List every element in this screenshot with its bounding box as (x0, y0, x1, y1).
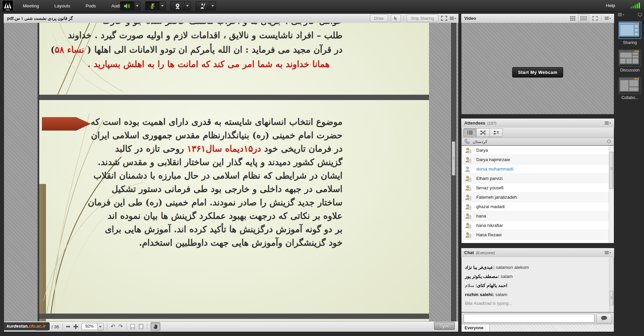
chat-message-input[interactable] (464, 314, 594, 323)
raise-hand-icon (200, 3, 206, 9)
panel-dock-icon[interactable] (638, 13, 642, 17)
menu-layouts[interactable]: Layouts (52, 2, 72, 10)
status-dropdown-button[interactable] (209, 1, 216, 10)
fit-width-button[interactable] (130, 324, 135, 329)
hand-icon (153, 324, 158, 329)
zoom-out-button[interactable] (66, 326, 70, 327)
fullscreen-icon[interactable] (592, 16, 598, 20)
layout-thumb-sharing[interactable] (619, 21, 641, 39)
slide-text-line: گزینش کشور دمیدند و پایه گذار این ساختار… (90, 155, 342, 169)
speaker-dropdown-button[interactable] (134, 1, 141, 10)
layout-thumb-collaboration[interactable] (619, 77, 641, 94)
pan-tool-button[interactable] (151, 322, 160, 331)
attendee-status-view-button[interactable] (490, 128, 503, 137)
tab-everyone[interactable]: Everyone (462, 324, 490, 332)
slide-text-line: عوامل خارجی ، جریان ها و احزاب مختلف حاض… (86, 23, 342, 28)
webcam-icon (175, 3, 180, 9)
send-chat-button[interactable] (596, 314, 612, 323)
start-webcam-button[interactable]: Start My Webcam (512, 67, 563, 78)
attendee-row[interactable]: hana (462, 211, 614, 221)
scrollbar-handle[interactable] (452, 141, 455, 176)
attendee-row[interactable]: farnaz yousefi (462, 183, 614, 193)
chat-message: احمد یالهام کتای: سلام (465, 282, 614, 291)
filmstrip-view-icon (580, 16, 587, 21)
help-link[interactable]: Help (606, 3, 615, 8)
attendees-scrollbar[interactable] (609, 146, 614, 243)
phone-badge-icon (469, 159, 471, 162)
sync-button[interactable]: Sync (434, 322, 455, 330)
scrollbar-grip (611, 296, 612, 299)
attendee-row[interactable]: hana nikraftar (462, 221, 614, 230)
slide-text-line: علاوه بر نکاتی که درجهت بهبود عملکرد گزی… (90, 209, 342, 223)
attendee-icon (465, 204, 472, 210)
microphone-button[interactable] (145, 1, 159, 10)
menu-meeting[interactable]: Meeting (21, 2, 41, 10)
attendee-list-view-button[interactable] (463, 128, 477, 137)
grid-view-icon[interactable] (570, 16, 576, 21)
chevron-down-icon (186, 5, 189, 7)
zoom-in-button[interactable] (73, 324, 78, 329)
speaker-button[interactable] (120, 1, 134, 10)
chat-scrollbar[interactable] (609, 257, 614, 312)
share-pod-titlebar: pdf.گز قانون پردی نشست شنی ۱ س Draw Stop… (4, 14, 459, 23)
pointer-button[interactable] (391, 14, 401, 22)
zoom-dropdown-button[interactable] (98, 323, 104, 331)
webcam-dropdown-button[interactable] (184, 1, 191, 10)
attendee-row[interactable]: dorsa mohammadii (462, 164, 614, 174)
chat-scope: (Everyone) (476, 251, 495, 255)
slide-text-line: موضوع انتخاب انسانهای شایسته به قدری دار… (90, 115, 342, 129)
rotate-left-button[interactable]: ↶ (111, 324, 115, 329)
slide-border-bar (39, 95, 429, 100)
attendee-group-row[interactable]: کردستان (462, 138, 614, 145)
adobe-logo-icon: Adobe (3, 1, 13, 11)
fullscreen-icon[interactable] (441, 16, 447, 21)
attendee-icon (465, 232, 472, 238)
filmstrip-view-button[interactable] (578, 14, 589, 22)
slide2-text: موضوع انتخاب انسانهای شایسته به قدری دار… (90, 115, 342, 249)
close-group-icon[interactable] (607, 139, 611, 144)
scrollbar-handle[interactable] (610, 291, 613, 305)
attendee-icon (465, 185, 472, 191)
document-scrollbar[interactable] (451, 23, 456, 321)
rotate-right-button[interactable]: ↷ (118, 324, 123, 329)
toolbar-separator (115, 3, 116, 9)
attendee-row[interactable]: Darya hajimirzaie (462, 155, 614, 164)
layout-label-collaboration[interactable]: Collabo... (616, 95, 644, 100)
share-pod-menu-button[interactable] (450, 16, 457, 20)
attendee-name: Darya (476, 148, 488, 153)
layouts-menu-icon[interactable] (618, 13, 625, 17)
layout-thumb-discussion[interactable] (619, 50, 641, 66)
attendee-row[interactable]: Darya (462, 146, 614, 155)
connection-signal-icon[interactable] (631, 3, 641, 8)
menu-pods[interactable]: Pods (84, 2, 98, 10)
raise-hand-button[interactable] (196, 1, 209, 10)
attendee-row[interactable]: Fatemeh janalizadeh (462, 193, 614, 202)
chat-pod-titlebar: Chat (Everyone) (461, 248, 614, 257)
zoom-level-value[interactable]: 92% (82, 323, 98, 330)
breakout-view-button[interactable] (477, 128, 490, 137)
microphone-dropdown-button[interactable] (159, 1, 166, 10)
menu-list: Meeting Layouts Pods Audio (21, 0, 125, 11)
speaker-control (120, 1, 141, 10)
watermark-domain: kurdestan. (7, 324, 29, 329)
attendee-row[interactable]: Elham parvizi (462, 174, 614, 183)
pod-menu-icon (605, 121, 611, 125)
draw-button[interactable]: Draw (370, 14, 388, 22)
attendee-row[interactable]: Hana Rezaei (462, 230, 614, 240)
chat-bubble-icon (601, 316, 607, 321)
scrollbar-handle[interactable] (609, 152, 613, 189)
webcam-button[interactable] (170, 1, 184, 10)
video-pod-title: Video (464, 16, 476, 21)
layout-label-sharing[interactable]: Sharing (616, 40, 644, 45)
chat-pod-menu-button[interactable] (605, 251, 611, 255)
attendee-group-label: کردستان (473, 139, 487, 144)
attendee-row[interactable]: ghazal madadi (462, 202, 614, 211)
chat-message-list: عبدی‌فر یبا نژاد: salamon alekomمصطف یکو… (462, 257, 614, 312)
attendees-pod-menu-button[interactable] (605, 121, 611, 125)
pod-menu-icon[interactable] (605, 16, 611, 20)
fit-page-button[interactable] (139, 324, 144, 329)
attendee-icon (465, 147, 472, 153)
stop-sharing-button[interactable]: Stop Sharing (407, 14, 438, 22)
layout-label-discussion[interactable]: Discussion (616, 68, 644, 73)
bullet-arrow (42, 117, 91, 131)
